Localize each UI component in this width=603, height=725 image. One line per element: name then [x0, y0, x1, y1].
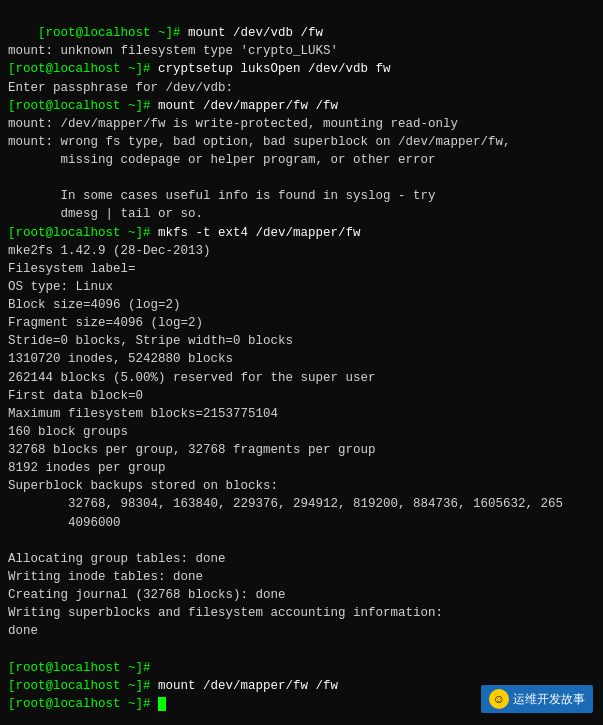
line-18: 1310720 inodes, 5242880 blocks	[8, 352, 233, 366]
line-32: done	[8, 624, 38, 638]
line-10: dmesg | tail or so.	[8, 207, 203, 221]
line-3-prompt: [root@localhost ~]#	[8, 62, 158, 76]
line-28: Allocating group tables: done	[8, 552, 226, 566]
line-29: Writing inode tables: done	[8, 570, 203, 584]
line-6: mount: /dev/mapper/fw is write-protected…	[8, 117, 458, 131]
line-27: 4096000	[8, 516, 121, 530]
watermark-icon: ☺	[489, 689, 509, 709]
line-35-cmd: mount /dev/mapper/fw /fw	[158, 679, 338, 693]
line-2: mount: unknown filesystem type 'crypto_L…	[8, 44, 338, 58]
line-21: Maximum filesystem blocks=2153775104	[8, 407, 278, 421]
line-22: 160 block groups	[8, 425, 128, 439]
line-23: 32768 blocks per group, 32768 fragments …	[8, 443, 376, 457]
line-9: In some cases useful info is found in sy…	[8, 189, 436, 203]
line-5-cmd: mount /dev/mapper/fw /fw	[158, 99, 338, 113]
line-4: Enter passphrase for /dev/vdb:	[8, 81, 233, 95]
line-13: Filesystem label=	[8, 262, 136, 276]
watermark: ☺ 运维开发故事	[481, 685, 593, 713]
line-30: Creating journal (32768 blocks): done	[8, 588, 286, 602]
line-3-cmd: cryptsetup luksOpen /dev/vdb fw	[158, 62, 391, 76]
terminal-output: [root@localhost ~]# mount /dev/vdb /fw m…	[8, 6, 595, 725]
line-19: 262144 blocks (5.00%) reserved for the s…	[8, 371, 376, 385]
line-5-prompt: [root@localhost ~]#	[8, 99, 158, 113]
line-31: Writing superblocks and filesystem accou…	[8, 606, 443, 620]
line-36-prompt: [root@localhost ~]#	[8, 697, 158, 711]
line-24: 8192 inodes per group	[8, 461, 166, 475]
line-34-prompt: [root@localhost ~]#	[8, 661, 151, 675]
watermark-text: 运维开发故事	[513, 691, 585, 708]
line-1-cmd: mount /dev/vdb /fw	[188, 26, 323, 40]
line-14: OS type: Linux	[8, 280, 113, 294]
line-1-prompt: [root@localhost ~]#	[38, 26, 188, 40]
cursor	[158, 697, 166, 711]
line-7: mount: wrong fs type, bad option, bad su…	[8, 135, 511, 149]
line-11-prompt: [root@localhost ~]#	[8, 226, 158, 240]
line-11-cmd: mkfs -t ext4 /dev/mapper/fw	[158, 226, 361, 240]
line-8: missing codepage or helper program, or o…	[8, 153, 436, 167]
line-16: Fragment size=4096 (log=2)	[8, 316, 203, 330]
line-20: First data block=0	[8, 389, 143, 403]
line-12: mke2fs 1.42.9 (28-Dec-2013)	[8, 244, 211, 258]
line-25: Superblock backups stored on blocks:	[8, 479, 278, 493]
terminal-window: [root@localhost ~]# mount /dev/vdb /fw m…	[0, 0, 603, 725]
line-15: Block size=4096 (log=2)	[8, 298, 181, 312]
line-35-prompt: [root@localhost ~]#	[8, 679, 158, 693]
line-17: Stride=0 blocks, Stripe width=0 blocks	[8, 334, 293, 348]
line-26: 32768, 98304, 163840, 229376, 294912, 81…	[8, 497, 563, 511]
